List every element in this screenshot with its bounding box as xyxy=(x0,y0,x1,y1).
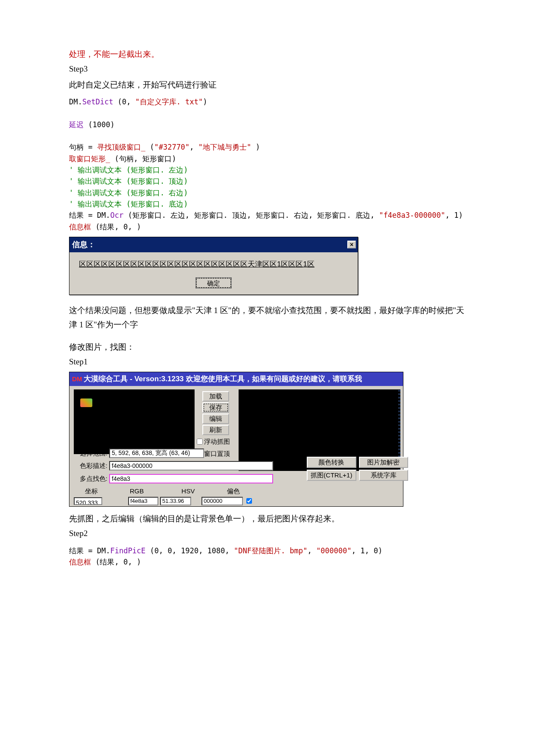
encrypt-button[interactable]: 图片加解密 xyxy=(359,457,409,468)
capture-instruction: 先抓图，之后编辑（编辑的目的是让背景色单一），最后把图片保存起来。 xyxy=(69,512,466,526)
tool-titlebar: DM 大漠综合工具 - Verson:3.1233 欢迎您使用本工具，如果有问题… xyxy=(69,372,403,386)
modify-heading: 修改图片，找图： xyxy=(69,340,466,354)
dialog-titlebar: 信息： × xyxy=(69,237,358,252)
step2-heading: Step2 xyxy=(69,527,466,540)
close-icon[interactable]: × xyxy=(347,241,356,248)
refresh-button[interactable]: 刷新 xyxy=(202,425,229,435)
offset-value[interactable] xyxy=(201,497,243,505)
ok-button[interactable]: 确定 xyxy=(196,278,231,288)
dialog-title: 信息： xyxy=(72,238,95,251)
rgb-header: RGB xyxy=(109,486,164,497)
binarize-label: 二值化区域(0) xyxy=(307,443,408,455)
step3-heading: Step3 xyxy=(69,62,466,76)
hsv-value[interactable] xyxy=(160,497,191,505)
offset-header: 偏色 xyxy=(212,486,255,497)
rgb-value[interactable] xyxy=(128,497,158,505)
float-capture-checkbox[interactable] xyxy=(197,439,203,445)
step3-text: 此时自定义已结束，开始写代码进行验证 xyxy=(69,78,466,92)
tool-icon: DM xyxy=(72,373,82,385)
warning-line: 处理，不能一起截出来。 xyxy=(69,47,466,61)
color-desc-label: 色彩描述: xyxy=(74,460,107,471)
range-label: 选择范围: xyxy=(74,448,107,459)
color-desc-input[interactable] xyxy=(109,461,273,471)
edit-button[interactable]: 编辑 xyxy=(202,414,229,424)
dialog-message: 区区区区区区区区区区区区区区区区区区区区区区区天津区区1区区区1区 xyxy=(79,258,351,271)
code-block-1: DM.SetDict (0, "自定义字库. txt") 延迟 (1000) 句… xyxy=(69,96,466,232)
load-button[interactable]: 加载 xyxy=(202,391,229,402)
color-convert-button[interactable]: 颜色转换 xyxy=(307,457,356,468)
preview-area xyxy=(74,389,195,454)
dm-tool-window: DM 大漠综合工具 - Verson:3.1233 欢迎您使用本工具，如果有问题… xyxy=(69,372,403,507)
multi-color-label: 多点找色: xyxy=(74,473,107,484)
offset-checkbox[interactable] xyxy=(246,498,252,504)
step1-heading: Step1 xyxy=(69,355,466,369)
syslib-button[interactable]: 系统字库 xyxy=(359,470,409,481)
coord-value[interactable]: 520.333 xyxy=(74,497,102,505)
hsv-header: HSV xyxy=(164,486,212,497)
preview-thumbnail-icon xyxy=(80,398,92,407)
float-capture-label: 浮动抓图 xyxy=(204,436,230,447)
multi-color-input[interactable] xyxy=(109,474,273,483)
tool-title: 大漠综合工具 - Verson:3.1233 欢迎您使用本工具，如果有问题或好的… xyxy=(84,373,362,386)
message-dialog: 信息： × 区区区区区区区区区区区区区区区区区区区区区区区天津区区1区区区1区 … xyxy=(69,237,358,295)
capture-button[interactable]: 抓图(CTRL+1) xyxy=(307,470,356,481)
save-button[interactable]: 保存 xyxy=(202,402,229,413)
code-block-2: 结果 = DM.FindPicE (0, 0, 1920, 1080, "DNF… xyxy=(69,545,466,568)
range-input[interactable] xyxy=(109,449,204,458)
coord-header: 坐标 xyxy=(74,486,109,497)
explanation-para: 这个结果没问题，但想要做成显示"天津 1 区"的，要不就缩小查找范围，要不就找图… xyxy=(69,304,466,332)
